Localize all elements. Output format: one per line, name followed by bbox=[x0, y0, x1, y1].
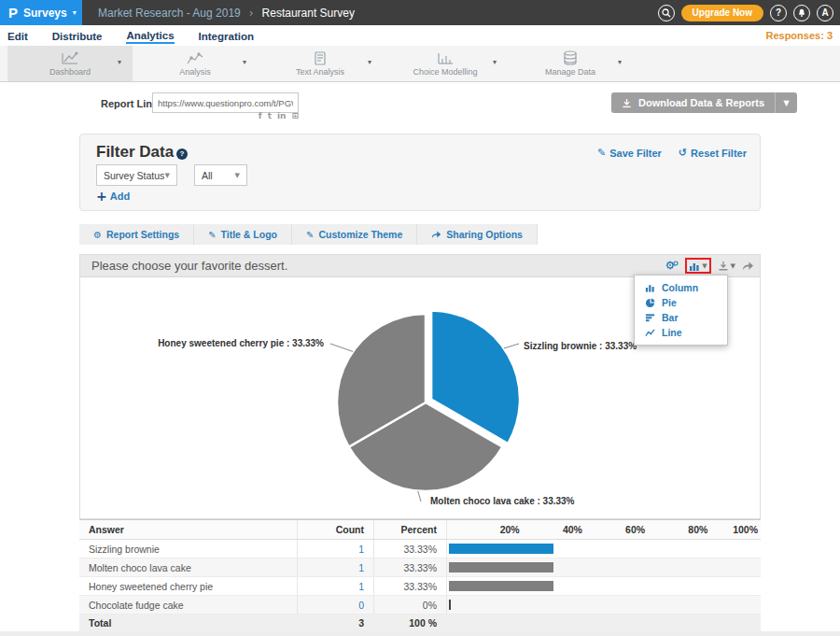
percent-cell: 33.33% bbox=[373, 577, 446, 595]
percent-cell: 33.33% bbox=[373, 558, 446, 576]
tab-label: Report Settings bbox=[106, 229, 179, 240]
chevron-down-icon[interactable]: ▾ bbox=[243, 58, 246, 66]
twitter-icon[interactable]: t bbox=[268, 111, 272, 120]
line-chart-icon bbox=[645, 328, 655, 337]
help-button[interactable]: ? bbox=[770, 5, 787, 21]
reset-filter-label: Reset Filter bbox=[691, 148, 747, 159]
save-filter-button[interactable]: ✎ Save Filter bbox=[597, 147, 662, 159]
filter-data-panel: Filter Data ? ✎ Save Filter ↺ Reset Filt… bbox=[79, 134, 761, 211]
plus-icon: + bbox=[96, 190, 107, 203]
chart-type-highlight-box: ▼ bbox=[685, 258, 710, 274]
filter-field-select[interactable]: Survey Status ▼ bbox=[96, 164, 177, 186]
responses-count[interactable]: Responses: 3 bbox=[765, 25, 833, 46]
bar-cell bbox=[446, 540, 761, 558]
chevron-down-icon: ▼ bbox=[235, 172, 240, 179]
download-icon bbox=[718, 261, 729, 272]
product-switcher[interactable]: P Surveys ▾ bbox=[0, 0, 82, 25]
toolbar-tab-label: Analysis bbox=[179, 67, 211, 77]
breadcrumb-survey-link[interactable]: Market Research - Aug 2019 bbox=[98, 7, 241, 20]
chevron-down-icon: ▼ bbox=[165, 172, 170, 179]
count-cell[interactable]: 1 bbox=[297, 577, 373, 595]
percent-bar bbox=[449, 600, 451, 610]
tab-customize-theme[interactable]: ✎ Customize Theme bbox=[292, 224, 417, 245]
nav-tab-edit[interactable]: Edit bbox=[7, 29, 28, 43]
toolbar-tab-label: Dashboard bbox=[49, 67, 91, 77]
filter-help-icon[interactable]: ? bbox=[176, 148, 188, 160]
filter-actions: ✎ Save Filter ↺ Reset Filter bbox=[597, 147, 747, 159]
percent-bar bbox=[449, 544, 553, 554]
chevron-down-icon[interactable]: ▾ bbox=[618, 58, 622, 66]
tab-title-logo[interactable]: ✎ Title & Logo bbox=[194, 224, 292, 245]
facebook-icon[interactable]: f bbox=[259, 111, 262, 120]
add-filter-button[interactable]: + Add bbox=[96, 190, 130, 203]
answer-cell: Molten choco lava cake bbox=[79, 558, 297, 576]
text-analysis-icon bbox=[311, 51, 329, 65]
count-cell[interactable]: 1 bbox=[297, 540, 373, 558]
linkedin-icon[interactable]: in bbox=[277, 111, 287, 120]
menu-item-bar[interactable]: Bar bbox=[635, 310, 727, 325]
question-download-button[interactable]: ▼ bbox=[718, 261, 735, 272]
filter-value-select[interactable]: All ▼ bbox=[194, 164, 247, 186]
product-name: Surveys bbox=[23, 7, 67, 20]
database-icon bbox=[561, 50, 580, 65]
app-window: P Surveys ▾ Market Research - Aug 2019 ›… bbox=[0, 0, 840, 636]
question-title: Please choose your favorite dessert. bbox=[91, 259, 287, 273]
toolbar-tab-label: Manage Data bbox=[545, 67, 595, 77]
count-cell[interactable]: 1 bbox=[297, 558, 373, 576]
notifications-button[interactable] bbox=[793, 5, 810, 21]
search-icon bbox=[662, 8, 671, 18]
answer-cell: Honey sweetened cherry pie bbox=[79, 577, 297, 595]
answer-cell: Chocolate fudge cake bbox=[79, 596, 297, 614]
analytics-toolbar: Dashboard ▾ Analysis ▾ Text Analysis ▾ C… bbox=[0, 46, 840, 82]
download-data-reports-button[interactable]: Download Data & Reports ▼ bbox=[611, 92, 797, 113]
menu-item-line[interactable]: Line bbox=[635, 325, 727, 340]
nav-tab-distribute[interactable]: Distribute bbox=[52, 29, 103, 43]
chevron-down-icon[interactable]: ▾ bbox=[368, 58, 371, 66]
upgrade-now-button[interactable]: Upgrade Now bbox=[681, 5, 763, 21]
scale-tick: 40% bbox=[563, 524, 582, 535]
toolbar-tab-manage-data[interactable]: Manage Data ▾ bbox=[508, 46, 633, 81]
chart-type-icon bbox=[689, 261, 700, 271]
download-dropdown-caret[interactable]: ▼ bbox=[775, 92, 797, 113]
answer-cell: Sizzling brownie bbox=[79, 540, 297, 558]
column-header-scale: 20% 40% 60% 80% 100% bbox=[446, 520, 761, 539]
report-link-input[interactable] bbox=[152, 92, 299, 113]
breadcrumb: Market Research - Aug 2019 › Restaurant … bbox=[98, 0, 355, 25]
leader-line bbox=[418, 491, 421, 502]
report-link-label: Report Link bbox=[101, 98, 158, 109]
toolbar-tab-text-analysis[interactable]: Text Analysis ▾ bbox=[258, 46, 383, 81]
scale-tick: 100% bbox=[733, 524, 758, 535]
question-share-button[interactable] bbox=[742, 261, 754, 271]
toolbar-tab-choice-modelling[interactable]: Choice Modelling ▾ bbox=[383, 46, 508, 81]
reset-filter-button[interactable]: ↺ Reset Filter bbox=[679, 147, 747, 159]
tab-report-settings[interactable]: ⚙ Report Settings bbox=[79, 224, 194, 245]
topbar-actions: Upgrade Now ? A bbox=[658, 0, 833, 25]
chart-type-button[interactable]: ▼ bbox=[689, 261, 707, 271]
pie-label-molten-choco-lava-cake: Molten choco lava cake : 33.33% bbox=[430, 496, 575, 506]
avatar[interactable]: A bbox=[817, 5, 833, 21]
chevron-down-icon[interactable]: ▾ bbox=[493, 58, 497, 66]
share-social-icons: f t in ⊞ bbox=[259, 111, 299, 120]
table-header-row: Answer Count Percent 20% 40% 60% 80% 100… bbox=[79, 519, 761, 540]
leader-line bbox=[504, 344, 519, 348]
question-settings-button[interactable] bbox=[665, 260, 679, 272]
embed-icon[interactable]: ⊞ bbox=[291, 111, 299, 120]
menu-item-pie[interactable]: Pie bbox=[635, 295, 727, 310]
filter-data-title: Filter Data bbox=[96, 143, 174, 162]
tab-sharing-options[interactable]: Sharing Options bbox=[417, 224, 538, 245]
share-icon bbox=[431, 230, 441, 239]
bar-cell bbox=[446, 558, 761, 576]
download-icon bbox=[622, 98, 632, 108]
toolbar-tab-analysis[interactable]: Analysis ▾ bbox=[133, 46, 258, 81]
analysis-icon bbox=[186, 51, 204, 65]
scale-tick: 20% bbox=[500, 524, 520, 535]
chevron-down-icon[interactable]: ▾ bbox=[118, 58, 121, 66]
count-cell[interactable]: 0 bbox=[297, 596, 373, 614]
edit-icon: ✎ bbox=[306, 230, 314, 240]
menu-item-column[interactable]: Column bbox=[635, 280, 727, 295]
search-button[interactable] bbox=[658, 5, 675, 21]
reset-icon: ↺ bbox=[679, 147, 687, 159]
nav-tab-integration[interactable]: Integration bbox=[199, 29, 254, 43]
nav-tab-analytics[interactable]: Analytics bbox=[126, 28, 174, 44]
toolbar-tab-dashboard[interactable]: Dashboard ▾ bbox=[7, 46, 133, 81]
